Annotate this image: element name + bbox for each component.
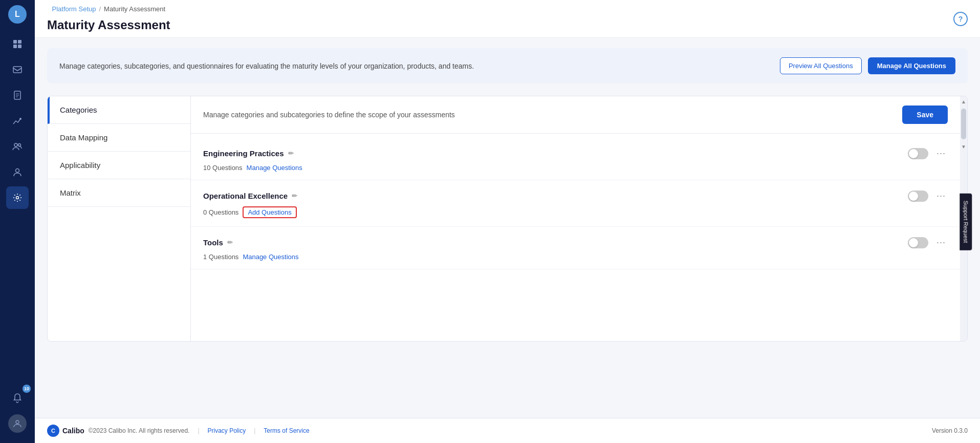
- scroll-thumb[interactable]: [961, 109, 966, 139]
- questions-count: 0 Questions: [203, 208, 238, 216]
- content-area: Manage categories, subcategories, and qu…: [35, 38, 980, 418]
- category-item: Operational Excellence ✏ ··· 0 Questions…: [191, 180, 960, 227]
- category-item: Engineering Practices ✏ ··· 10 Questions…: [191, 138, 960, 180]
- svg-rect-4: [13, 67, 21, 73]
- sidebar: L 10: [0, 0, 35, 443]
- main-content: Platform Setup / Maturity Assessment Mat…: [35, 0, 980, 443]
- svg-point-8: [18, 144, 21, 146]
- category-name: Engineering Practices ✏: [203, 149, 294, 158]
- svg-point-11: [16, 420, 19, 424]
- categories-list: Engineering Practices ✏ ··· 10 Questions…: [191, 134, 960, 341]
- panel-layout: Categories Data Mapping Applicability Ma…: [47, 96, 968, 342]
- svg-rect-0: [13, 40, 17, 44]
- left-nav-applicability[interactable]: Applicability: [48, 152, 190, 179]
- user-profile-icon[interactable]: [8, 414, 27, 433]
- footer-divider: |: [198, 427, 199, 434]
- category-name: Tools ✏: [203, 238, 233, 247]
- svg-rect-1: [18, 40, 21, 44]
- questions-count: 1 Questions: [203, 253, 238, 261]
- sidebar-item-dashboard[interactable]: [6, 33, 29, 55]
- page-title: Maturity Assessment: [47, 18, 170, 32]
- category-controls: ···: [908, 146, 948, 161]
- breadcrumb-separator: /: [99, 5, 101, 13]
- calibo-logo-icon: C: [47, 425, 59, 437]
- sidebar-item-group[interactable]: [6, 135, 29, 158]
- notification-badge: 10: [23, 385, 31, 393]
- category-name-text: Engineering Practices: [203, 149, 284, 158]
- category-name: Operational Excellence ✏: [203, 192, 297, 200]
- dots-menu-operational[interactable]: ···: [934, 188, 948, 203]
- info-banner: Manage categories, subcategories, and qu…: [47, 48, 968, 83]
- scroll-down-button[interactable]: ▼: [960, 141, 967, 152]
- support-request-tab[interactable]: Support Request: [960, 193, 972, 250]
- manage-questions-link-engineering[interactable]: Manage Questions: [247, 164, 302, 172]
- manage-questions-link-tools[interactable]: Manage Questions: [243, 253, 298, 261]
- breadcrumb: Platform Setup / Maturity Assessment Mat…: [47, 5, 170, 32]
- left-nav-data-mapping[interactable]: Data Mapping: [48, 124, 190, 152]
- footer: C Calibo ©2023 Calibo Inc. All rights re…: [35, 418, 980, 443]
- sidebar-item-inbox[interactable]: [6, 58, 29, 81]
- right-panel-header: Manage categories and subcategories to d…: [191, 96, 960, 134]
- notification-wrap[interactable]: 10: [6, 387, 29, 409]
- edit-icon[interactable]: ✏: [227, 239, 233, 246]
- breadcrumb-parent[interactable]: Platform Setup: [52, 5, 96, 13]
- footer-terms-link[interactable]: Terms of Service: [264, 427, 309, 434]
- toggle-tools[interactable]: [908, 237, 928, 248]
- footer-logo-text: Calibo: [62, 427, 84, 435]
- sidebar-item-people[interactable]: [6, 161, 29, 183]
- toggle-engineering[interactable]: [908, 148, 928, 159]
- svg-point-9: [16, 169, 19, 173]
- category-meta: 0 Questions Add Questions: [203, 206, 948, 218]
- sidebar-item-analytics[interactable]: [6, 110, 29, 132]
- footer-left: C Calibo ©2023 Calibo Inc. All rights re…: [47, 425, 310, 437]
- svg-point-7: [14, 143, 17, 146]
- info-banner-actions: Preview All Questions Manage All Questio…: [780, 57, 955, 74]
- scroll-up-button[interactable]: ▲: [960, 96, 967, 107]
- right-panel-description: Manage categories and subcategories to d…: [203, 111, 455, 119]
- footer-logo: C Calibo: [47, 425, 84, 437]
- manage-all-questions-button[interactable]: Manage All Questions: [868, 57, 955, 74]
- edit-icon[interactable]: ✏: [292, 192, 297, 200]
- left-nav-categories[interactable]: Categories: [48, 96, 190, 124]
- svg-point-6: [19, 118, 21, 120]
- edit-icon[interactable]: ✏: [288, 150, 294, 157]
- category-name-text: Tools: [203, 238, 223, 247]
- left-nav-matrix[interactable]: Matrix: [48, 179, 190, 207]
- save-button[interactable]: Save: [902, 106, 948, 124]
- category-controls: ···: [908, 188, 948, 203]
- category-item: Tools ✏ ··· 1 Questions Manage Questions: [191, 227, 960, 269]
- dots-menu-tools[interactable]: ···: [934, 235, 948, 250]
- sidebar-item-reports[interactable]: [6, 84, 29, 107]
- add-questions-link-operational[interactable]: Add Questions: [243, 206, 296, 218]
- category-meta: 1 Questions Manage Questions: [203, 253, 948, 261]
- preview-all-questions-button[interactable]: Preview All Questions: [780, 57, 862, 74]
- toggle-operational[interactable]: [908, 191, 928, 202]
- svg-point-10: [16, 197, 19, 199]
- info-banner-text: Manage categories, subcategories, and qu…: [59, 62, 770, 70]
- footer-version: Version 0.3.0: [932, 427, 968, 434]
- help-icon[interactable]: ?: [953, 12, 968, 26]
- dots-menu-engineering[interactable]: ···: [934, 146, 948, 161]
- footer-copyright: ©2023 Calibo Inc. All rights reserved.: [89, 427, 190, 434]
- category-meta: 10 Questions Manage Questions: [203, 164, 948, 172]
- sidebar-nav: [6, 33, 29, 387]
- footer-privacy-link[interactable]: Privacy Policy: [208, 427, 246, 434]
- sidebar-item-settings[interactable]: [6, 186, 29, 209]
- questions-count: 10 Questions: [203, 164, 243, 172]
- left-panel: Categories Data Mapping Applicability Ma…: [48, 96, 191, 341]
- category-controls: ···: [908, 235, 948, 250]
- svg-rect-2: [13, 45, 17, 48]
- user-avatar[interactable]: L: [8, 5, 27, 24]
- sidebar-bottom: 10: [6, 387, 29, 438]
- topbar: Platform Setup / Maturity Assessment Mat…: [35, 0, 980, 38]
- breadcrumb-current: Maturity Assessment: [104, 5, 165, 13]
- svg-rect-3: [18, 45, 21, 48]
- right-panel: Manage categories and subcategories to d…: [191, 96, 960, 341]
- category-name-text: Operational Excellence: [203, 192, 288, 200]
- footer-divider2: |: [254, 427, 255, 434]
